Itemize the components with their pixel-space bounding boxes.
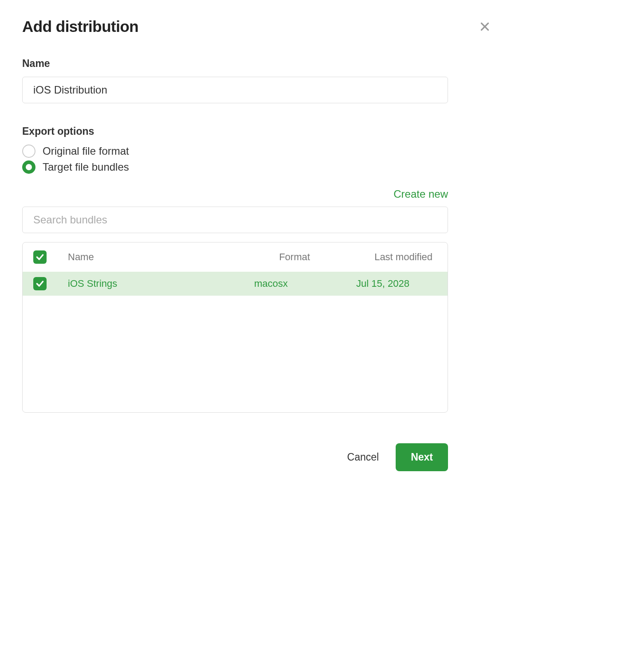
select-all-checkbox[interactable] [33,250,47,264]
row-name: iOS Strings [57,272,244,296]
radio-target-file-bundles[interactable]: Target file bundles [22,160,492,174]
table-row[interactable]: iOS Strings macosx Jul 15, 2028 [23,272,448,296]
check-icon [35,253,44,262]
check-icon [35,279,44,288]
export-options-label: Export options [22,125,492,137]
radio-label: Target file bundles [43,161,129,173]
row-format: macosx [244,272,346,296]
export-options-radio-group: Original file format Target file bundles [22,145,492,174]
radio-icon [22,145,35,158]
dialog-header: Add distribution [22,18,492,35]
row-modified: Jul 15, 2028 [346,272,448,296]
name-input[interactable] [22,77,448,103]
create-new-link[interactable]: Create new [22,188,448,200]
column-header-format[interactable]: Format [244,242,346,272]
radio-label: Original file format [43,145,129,157]
radio-icon [22,160,35,174]
bundles-table: Name Format Last modified iOS Strings [23,242,448,296]
bundles-card: Name Format Last modified iOS Strings [22,242,448,413]
search-bundles-input[interactable] [22,207,448,233]
add-distribution-dialog: Add distribution Name Export options Ori… [22,0,492,413]
column-header-modified[interactable]: Last modified [346,242,448,272]
dialog-footer: Cancel Next [22,443,448,471]
name-label: Name [22,58,492,70]
row-checkbox[interactable] [33,277,47,290]
radio-original-file-format[interactable]: Original file format [22,145,492,158]
export-options-section: Export options Original file format Targ… [22,125,492,174]
column-header-name[interactable]: Name [57,242,244,272]
name-section: Name [22,58,492,103]
close-button[interactable] [477,19,492,34]
dialog-title: Add distribution [22,18,138,35]
next-button[interactable]: Next [396,443,448,471]
close-icon [479,21,491,32]
cancel-button[interactable]: Cancel [347,451,379,463]
